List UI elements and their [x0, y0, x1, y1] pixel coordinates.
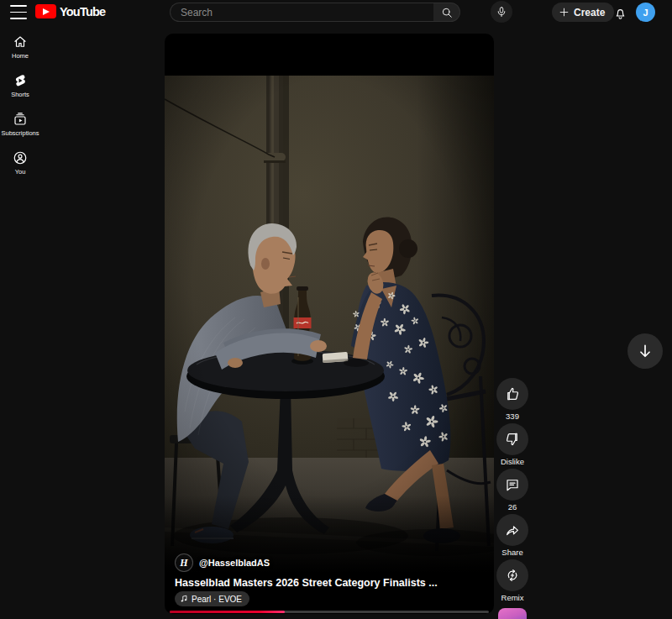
microphone-icon: [496, 6, 507, 18]
comment-icon: [505, 477, 520, 492]
sidebar-item-label: You: [15, 168, 26, 176]
thumb-up-icon: [505, 386, 520, 401]
notifications-button[interactable]: [610, 3, 630, 23]
music-label: Pearl · EVOE: [192, 595, 242, 604]
search-input[interactable]: [170, 3, 433, 22]
share-arrow-icon: [505, 522, 520, 538]
top-bar: YouTube Create J: [0, 0, 672, 25]
remix-icon: [505, 568, 520, 583]
voice-search-button[interactable]: [491, 1, 512, 23]
bell-icon: [613, 6, 627, 20]
shorts-icon: [13, 73, 28, 88]
shorts-player[interactable]: H @HasselbladAS Hasselblad Masters 2026 …: [165, 34, 494, 614]
comments-count: 26: [508, 502, 517, 511]
channel-avatar[interactable]: H: [175, 553, 193, 572]
next-short-button[interactable]: [627, 333, 663, 369]
action-rail: 339 Dislike 26 Share Remix: [496, 378, 529, 619]
dislike-button[interactable]: [496, 423, 528, 455]
channel-handle[interactable]: @HasselbladAS: [199, 558, 270, 568]
youtube-logo[interactable]: YouTube: [35, 4, 105, 18]
mini-guide: Home Shorts Subscriptions You: [0, 30, 40, 179]
share-label: Share: [501, 548, 522, 557]
comments-button[interactable]: [496, 469, 528, 501]
search-icon: [441, 7, 453, 18]
create-button[interactable]: Create: [552, 3, 614, 22]
create-label: Create: [574, 7, 605, 18]
home-icon: [13, 34, 28, 50]
dislike-label: Dislike: [501, 457, 524, 466]
sidebar-item-you[interactable]: You: [0, 146, 40, 179]
youtube-wordmark: YouTube: [60, 5, 105, 18]
youtube-play-icon: [35, 4, 56, 18]
thumb-down-icon: [505, 432, 520, 447]
channel-row: H @HasselbladAS: [175, 553, 270, 572]
search-button[interactable]: [433, 3, 460, 22]
search-bar: [170, 3, 460, 22]
plus-icon: [559, 7, 570, 18]
progress-fill: [170, 611, 285, 613]
channel-avatar-initial: H: [180, 557, 187, 569]
avatar-initial: J: [643, 8, 648, 18]
like-count: 339: [506, 412, 519, 421]
subscriptions-icon: [13, 112, 28, 127]
sidebar-item-label: Shorts: [11, 91, 29, 98]
sidebar-item-label: Home: [12, 52, 29, 60]
arrow-down-icon: [637, 343, 654, 359]
progress-bar[interactable]: [170, 611, 489, 613]
like-button[interactable]: [496, 378, 528, 410]
music-pill[interactable]: Pearl · EVOE: [175, 591, 249, 606]
menu-icon[interactable]: [10, 5, 27, 19]
youtube-shorts-page: YouTube Create J Home: [0, 0, 672, 619]
share-button[interactable]: [496, 514, 528, 546]
sidebar-item-subscriptions[interactable]: Subscriptions: [0, 108, 40, 140]
sound-thumbnail[interactable]: [498, 608, 527, 619]
sidebar-item-label: Subscriptions: [1, 129, 39, 137]
sidebar-item-shorts[interactable]: Shorts: [0, 69, 40, 102]
sidebar-item-home[interactable]: Home: [0, 30, 40, 63]
account-avatar[interactable]: J: [636, 3, 655, 22]
video-frame-photo: [165, 76, 494, 573]
remix-label: Remix: [501, 593, 524, 602]
you-icon: [13, 150, 28, 165]
remix-button[interactable]: [496, 559, 528, 591]
video-title[interactable]: Hasselblad Masters 2026 Street Category …: [175, 577, 484, 589]
music-note-icon: [180, 595, 188, 603]
